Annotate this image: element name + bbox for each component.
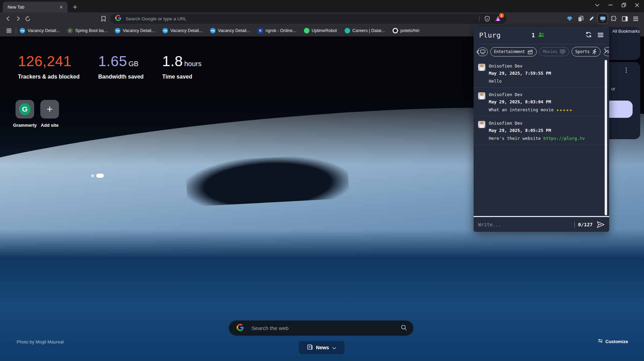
refresh-icon[interactable] — [585, 32, 592, 39]
shortcut-grammerly[interactable]: G Grammerly — [16, 100, 34, 128]
bookmark-vacancy-1[interactable]: mp Vacancy Detail... — [20, 28, 60, 33]
stat-trackers-blocked: 126,241 Trackers & ads blocked — [18, 53, 80, 80]
tab-new-tab[interactable]: New Tab — [3, 2, 68, 12]
extension-cluster — [565, 14, 641, 23]
pen-extension-icon[interactable] — [587, 14, 596, 23]
message-link[interactable]: https://plurg.tv — [543, 136, 585, 141]
message-composer: Write... 0/127 — [474, 216, 609, 232]
mp-favicon: mp — [162, 28, 168, 33]
bookmark-uptimerobot[interactable]: UptimeRobot — [304, 28, 337, 33]
toolbar: Search Google or type a URL 1 — [0, 12, 644, 25]
back-icon[interactable] — [3, 14, 13, 23]
widget-text-fragment: ur — [611, 86, 615, 91]
plurg-extension-icon[interactable] — [598, 14, 607, 23]
tab-title: New Tab — [8, 5, 58, 10]
bookmark-careers-dataiku[interactable]: Careers | Datai... — [345, 28, 385, 33]
viewer-count: 1 — [532, 32, 535, 39]
extensions-puzzle-icon[interactable] — [609, 14, 618, 23]
chip-clipped[interactable] — [477, 48, 488, 56]
titlebar: New Tab — [0, 0, 644, 12]
viewer-count-group: 1 — [532, 32, 545, 39]
restore-icon[interactable] — [622, 3, 626, 7]
sidebar-toggle-icon[interactable] — [620, 14, 630, 23]
plus-icon: + — [47, 104, 53, 114]
photo-credit: Photo by Mogli Maureal — [17, 339, 64, 344]
slide-dot-active[interactable] — [96, 174, 104, 178]
popup-menu-icon[interactable] — [597, 32, 604, 39]
chip-entertainment[interactable]: Entertainment — [490, 47, 537, 56]
counter-divider — [574, 222, 575, 227]
chip-movies[interactable]: Movies — [539, 47, 569, 56]
window-controls — [595, 3, 639, 7]
news-icon — [307, 344, 313, 351]
brave-rewards-icon[interactable]: 1 — [493, 14, 503, 23]
url-input[interactable]: Search Google or type a URL — [126, 16, 476, 21]
chips-scroll-right-icon[interactable] — [603, 49, 607, 53]
bookmark-vacancy-4[interactable]: mp Vacancy Detail... — [210, 28, 250, 33]
mp-favicon: mp — [210, 28, 216, 33]
close-window-icon[interactable] — [635, 3, 639, 7]
browser-menu-icon[interactable] — [631, 14, 641, 23]
slide-dot[interactable] — [91, 174, 94, 177]
forward-icon[interactable] — [13, 14, 23, 23]
chip-sports[interactable]: Sports — [572, 47, 601, 56]
message-item: Onisofien Dev May 29, 2025, 7:59:55 PM H… — [474, 59, 609, 88]
news-button[interactable]: News — [299, 341, 345, 354]
plurg-header: Plurg 1 — [474, 27, 609, 44]
apps-grid-icon[interactable] — [5, 27, 13, 35]
star-rating: ★★★★★ — [556, 107, 573, 112]
plurg-popup: Plurg 1 Entertainment Movie — [474, 27, 609, 232]
send-icon[interactable] — [597, 221, 605, 228]
customize-button[interactable]: Customize — [598, 338, 628, 344]
google-logo-icon — [115, 15, 121, 22]
bookmark-poteto-hiri[interactable]: poteto/hiri — [393, 28, 419, 33]
brave-stats: 126,241 Trackers & ads blocked 1.65GB Ba… — [18, 53, 220, 80]
bookmark-vacancy-2[interactable]: mp Vacancy Detail... — [115, 28, 155, 33]
avatar — [478, 121, 485, 128]
rewards-widget-card: ur — [604, 62, 640, 139]
slide-indicator[interactable] — [91, 174, 104, 178]
bookmark-spring-boot[interactable]: ❀ Spring Boot ba... — [67, 28, 107, 33]
viewers-icon — [537, 32, 545, 39]
category-chips: Entertainment Movies Sports Science — [474, 44, 609, 59]
web-search-bar[interactable]: Search the web — [229, 320, 414, 336]
ngrok-favicon: n — [258, 28, 263, 33]
tab-close-icon[interactable] — [58, 4, 64, 10]
dataiku-favicon — [345, 28, 350, 33]
message-item: Onisofien Dev May 29, 2025, 8:03:04 PM W… — [474, 88, 609, 116]
chevron-down-icon — [332, 344, 336, 351]
plurg-title: Plurg — [479, 31, 501, 39]
header-actions — [585, 32, 604, 39]
tab-search-chevron-icon[interactable] — [595, 4, 600, 7]
message-list[interactable]: Onisofien Dev May 29, 2025, 7:59:55 PM H… — [474, 59, 609, 216]
search-icon[interactable] — [401, 324, 407, 332]
bookmark-ribbon-icon[interactable] — [99, 14, 108, 23]
all-bookmarks-button[interactable]: All Bookmarks — [612, 29, 640, 34]
message-item: Onisofien Dev May 29, 2025, 8:05:25 PM H… — [474, 116, 609, 145]
web-search-input[interactable]: Search the web — [251, 325, 401, 331]
char-counter: 0/127 — [574, 222, 593, 227]
mp-favicon: mp — [20, 28, 25, 33]
copy-extension-icon[interactable] — [576, 14, 585, 23]
minimize-icon[interactable] — [608, 4, 613, 6]
gem-extension-icon[interactable] — [565, 14, 574, 23]
monitor-icon — [560, 49, 565, 54]
brave-shield-icon[interactable] — [483, 14, 491, 23]
bookmark-vacancy-3[interactable]: mp Vacancy Detail... — [162, 28, 202, 33]
sliders-icon — [598, 338, 603, 344]
spring-favicon: ❀ — [67, 28, 73, 33]
reload-icon[interactable] — [23, 14, 32, 23]
kebab-menu-icon[interactable] — [626, 68, 627, 73]
stat-time-saved: 1.8hours Time saved — [162, 53, 201, 80]
messages-scrollbar[interactable] — [605, 60, 607, 215]
shortcut-add-site[interactable]: + Add site — [40, 100, 59, 128]
uptimerobot-favicon — [304, 28, 309, 33]
bookmark-ngrok[interactable]: n ngrok - Online... — [258, 28, 296, 33]
avatar — [478, 64, 485, 71]
new-tab-button[interactable] — [70, 2, 79, 11]
avatar — [478, 92, 485, 100]
stat-bandwidth-saved: 1.65GB Bandwidth saved — [98, 53, 144, 80]
message-input[interactable]: Write... — [478, 222, 574, 227]
grammerly-icon: G — [19, 103, 31, 115]
address-bar[interactable]: Search Google or type a URL 1 — [110, 14, 506, 24]
